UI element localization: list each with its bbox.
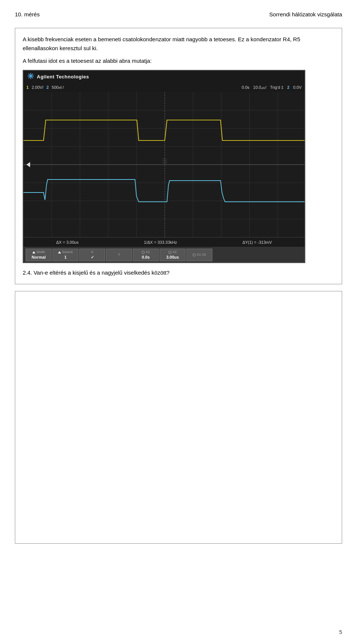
ch1-scale: 2.00V/	[32, 85, 44, 90]
btn-mode-value: Normal	[32, 255, 46, 260]
btn-mode-label: Mode	[36, 250, 45, 255]
osc-measbar: ΔX = 3.00us 1/ΔX = 333.33kHz ΔY(1) = -31…	[23, 237, 305, 247]
osc-topbar: ✳ Agilent Technologies	[23, 71, 305, 82]
arrow-up-icon2	[58, 251, 61, 253]
page-header: 10. mérés Sorrendi hálózatok vizsgálata	[15, 11, 342, 17]
btn-x2-label-row: X2	[168, 250, 177, 255]
osc-logo-text: Agilent Technologies	[37, 74, 89, 80]
content-block: A kisebb frekvenciak eseten a bemeneti c…	[15, 28, 342, 284]
osc-waveform-svg	[23, 92, 305, 237]
btn-y-label: Y	[118, 253, 120, 257]
page-header-left: 10. mérés	[15, 11, 40, 17]
btn-x1x2-label-row: X1 X2	[193, 253, 206, 257]
osc-logo-asterisk: ✳	[27, 72, 34, 81]
circle-icon	[142, 251, 145, 254]
trig-label: Trig'd ‡	[270, 85, 283, 90]
question-24: 2.4. Van-e eltérés a kisjelű és a nagyje…	[23, 268, 334, 277]
circle-icon3	[193, 253, 196, 256]
circle-icon2	[168, 251, 171, 254]
meas-dx: ΔX = 3.00us	[56, 240, 78, 245]
answer-block	[15, 291, 342, 544]
btn-y-label-row: Y	[118, 253, 120, 257]
btn-mode: Mode Normal	[26, 249, 52, 261]
time-ref: 0.0s	[242, 85, 250, 90]
ch2-scale: 500㎷/	[52, 85, 64, 90]
btn-x-label-row: X	[91, 250, 93, 255]
btn-source-label: Source	[62, 250, 73, 255]
meas-dy: ΔY(1) = -313mV	[242, 240, 272, 245]
btn-x2-label: X2	[173, 250, 177, 255]
ch1-label: 1	[26, 85, 29, 90]
btn-source-label-row: Source	[58, 250, 73, 255]
page-header-right: Sorrendi hálózatok vizsgálata	[269, 11, 342, 17]
paragraph2: A felfutasi idot es a tetoesest az alabb…	[23, 56, 334, 65]
btn-source: Source 1	[52, 249, 78, 261]
page-footer: 5	[339, 629, 342, 635]
btn-x-value: ✓	[91, 255, 94, 260]
osc-logo: ✳ Agilent Technologies	[27, 72, 89, 81]
osc-display	[23, 92, 305, 237]
btn-x1-label-row: X1	[142, 250, 150, 255]
ch2-label: 2	[46, 85, 49, 90]
meas-inv-dx: 1/ΔX = 333.33kHz	[144, 240, 177, 245]
osc-infobar: 1 2.00V/ 2 500㎷/ 0.0s 10.0㎲/ Trig'd ‡ 2 …	[23, 82, 305, 92]
arrow-up-icon	[32, 251, 35, 253]
trig-level: 0.0V	[293, 85, 302, 90]
paragraph1: A kisebb frekvenciak eseten a bemeneti c…	[23, 35, 334, 53]
btn-y: Y	[106, 249, 132, 261]
btn-x1-label: X1	[146, 250, 150, 255]
trig-ch: 2	[287, 85, 289, 90]
osc-infobar-left: 1 2.00V/ 2 500㎷/	[26, 85, 64, 90]
page: 10. mérés Sorrendi hálózatok vizsgálata …	[0, 0, 357, 644]
btn-x1x2: X1 X2	[186, 249, 212, 261]
btn-x1x2-label: X1 X2	[197, 253, 206, 257]
oscilloscope: ✳ Agilent Technologies 1 2.00V/ 2 500㎷/ …	[23, 70, 305, 263]
btn-x: X ✓	[79, 249, 105, 261]
btn-mode-label-row: Mode	[32, 250, 45, 255]
page-number: 5	[339, 629, 342, 635]
btn-x-label: X	[91, 250, 93, 255]
btn-source-value: 1	[64, 255, 67, 260]
btn-x2: X2 3.00us	[160, 249, 186, 261]
btn-x1-value: 0.0s	[142, 255, 149, 260]
btn-x2-value: 3.00us	[166, 255, 179, 260]
time-scale: 10.0㎲/	[253, 85, 266, 90]
btn-x1: X1 0.0s	[133, 249, 159, 261]
osc-infobar-right: 0.0s 10.0㎲/ Trig'd ‡ 2 0.0V	[242, 85, 302, 90]
osc-controls: Mode Normal Source 1 X ✓	[23, 247, 305, 263]
